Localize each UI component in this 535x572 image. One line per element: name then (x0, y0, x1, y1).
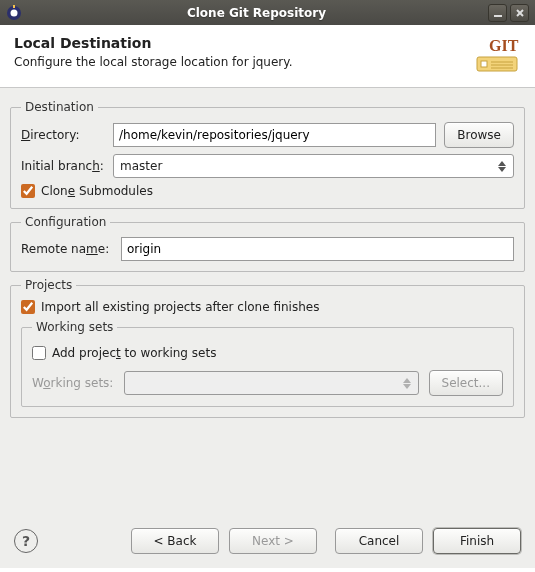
destination-group: Destination Directory: Browse Initial br… (10, 100, 525, 209)
remote-name-label: Remote name: (21, 242, 121, 256)
finish-button[interactable]: Finish (433, 528, 521, 554)
minimize-button[interactable] (488, 4, 507, 22)
wizard-header: Local Destination Configure the local st… (0, 25, 535, 88)
clone-submodules-checkbox[interactable] (21, 184, 35, 198)
configuration-legend: Configuration (21, 215, 110, 229)
svg-rect-2 (13, 5, 15, 8)
git-wizard-icon: GIT (471, 35, 523, 79)
window-title: Clone Git Repository (28, 6, 485, 20)
page-title: Local Destination (14, 35, 471, 51)
import-projects-label: Import all existing projects after clone… (41, 300, 319, 314)
spinner-icon (495, 161, 509, 172)
clone-submodules-label: Clone Submodules (41, 184, 153, 198)
configuration-group: Configuration Remote name: (10, 215, 525, 272)
projects-group: Projects Import all existing projects af… (10, 278, 525, 418)
destination-legend: Destination (21, 100, 98, 114)
help-button[interactable]: ? (14, 529, 38, 553)
svg-rect-8 (481, 61, 487, 67)
back-button[interactable]: < Back (131, 528, 219, 554)
svg-point-1 (11, 9, 18, 16)
initial-branch-label: Initial branch: (21, 159, 113, 173)
page-subtitle: Configure the local storage location for… (14, 55, 471, 69)
add-to-working-sets-label: Add project to working sets (52, 346, 216, 360)
svg-marker-12 (498, 161, 506, 166)
svg-marker-14 (403, 378, 411, 383)
initial-branch-value: master (120, 159, 495, 173)
import-projects-checkbox[interactable] (21, 300, 35, 314)
projects-legend: Projects (21, 278, 76, 292)
add-to-working-sets-checkbox[interactable] (32, 346, 46, 360)
svg-marker-13 (498, 167, 506, 172)
svg-rect-3 (494, 15, 502, 17)
initial-branch-select[interactable]: master (113, 154, 514, 178)
working-sets-label: Working sets: (32, 376, 124, 390)
app-icon (6, 5, 22, 21)
svg-text:GIT: GIT (489, 37, 519, 54)
next-button: Next > (229, 528, 317, 554)
wizard-body: Destination Directory: Browse Initial br… (0, 88, 535, 568)
wizard-footer: ? < Back Next > Cancel Finish (0, 518, 535, 568)
browse-button[interactable]: Browse (444, 122, 514, 148)
select-working-sets-button: Select... (429, 370, 503, 396)
remote-name-input[interactable] (121, 237, 514, 261)
working-sets-legend: Working sets (32, 320, 117, 334)
window-titlebar: Clone Git Repository (0, 0, 535, 25)
svg-marker-15 (403, 384, 411, 389)
directory-label: Directory: (21, 128, 113, 142)
close-button[interactable] (510, 4, 529, 22)
directory-input[interactable] (113, 123, 436, 147)
spinner-icon (400, 378, 414, 389)
working-sets-select (124, 371, 419, 395)
working-sets-group: Working sets Add project to working sets… (21, 320, 514, 407)
cancel-button[interactable]: Cancel (335, 528, 423, 554)
